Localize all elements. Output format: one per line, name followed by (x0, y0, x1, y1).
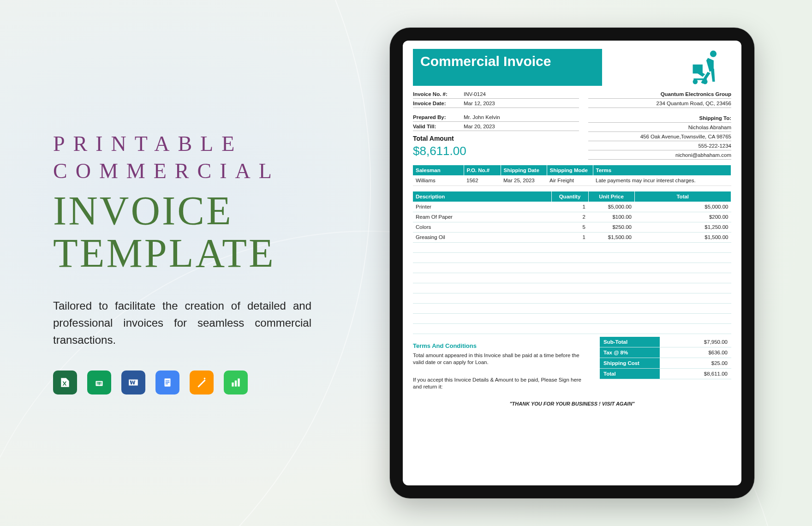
promo-description: Tailored to facilitate the creation of d… (53, 297, 311, 349)
tablet-frame: Commercial Invoice Invoice No. #:INV-012… (390, 28, 754, 498)
ship-phone: 555-222-1234 (588, 141, 731, 150)
accept-text: If you accept this Invoice Details & Amo… (413, 377, 591, 391)
svg-point-11 (710, 51, 716, 57)
promo-title-line3: INVOICE (53, 190, 332, 232)
item-row: Ream Of Paper2$100.00$200.00 (413, 212, 731, 222)
shipping-to-label: Shipping To: (588, 114, 731, 123)
svg-rect-7 (166, 383, 168, 384)
google-sheets-icon (87, 371, 111, 394)
summary-table: Sub-Total$7,950.00 Tax @ 8%$636.00 Shipp… (600, 337, 731, 391)
svg-rect-9 (235, 381, 237, 387)
word-icon (121, 371, 145, 394)
invoice-title: Commercial Invoice (413, 49, 602, 86)
meta-prepared-by: Prepared By:Mr. John Kelvin (413, 113, 579, 122)
total-amount-label: Total Amount (413, 135, 579, 142)
promo-title-line4: TEMPLATE (53, 232, 332, 275)
delivery-icon (602, 49, 731, 86)
promo-title-line1: PRINTABLE (53, 132, 332, 156)
thank-you-text: "THANK YOU FOR YOUR BUSINESS ! VISIT AGA… (413, 401, 731, 406)
items-table: DescriptionQuantityUnit PriceTotal Print… (413, 191, 731, 334)
ship-address: 456 Oak Avenue,Townsville, CA 98765 (588, 132, 731, 141)
ship-email: nichoni@abhaham.com (588, 150, 731, 160)
total-amount-value: $8,611.00 (413, 144, 579, 158)
ship-name: Nicholas Abraham (588, 123, 731, 132)
svg-rect-8 (232, 383, 233, 387)
google-docs-icon (155, 371, 179, 394)
promo-title-line2: COMMERCIAL (53, 159, 332, 183)
item-row: Printer1$5,000.00$5,000.00 (413, 202, 731, 212)
terms-text: Total amount appeared in this Invoice sh… (413, 352, 591, 366)
meta-valid-till: Valid Till:Mar 20, 2023 (413, 122, 579, 131)
excel-icon (53, 371, 77, 394)
svg-rect-3 (99, 382, 100, 385)
invoice-document: Commercial Invoice Invoice No. #:INV-012… (403, 41, 741, 485)
item-row: Colors5$250.00$1,250.00 (413, 222, 731, 232)
company-address: 234 Quantum Road, QC, 23456 (588, 99, 731, 108)
svg-rect-5 (166, 381, 170, 382)
app-icon-row (53, 371, 332, 394)
shipping-row: Williams1562Mar 25, 2023Air FreightLate … (413, 175, 731, 186)
item-row: Greasing Oil1$1,500.00$1,500.00 (413, 232, 731, 242)
terms-title: Terms And Conditions (413, 342, 591, 349)
meta-invoice-date: Invoice Date:Mar 12, 2023 (413, 99, 579, 108)
shipping-table: SalesmanP.O. No.#Shipping DateShipping M… (413, 165, 731, 186)
svg-rect-10 (238, 379, 239, 387)
numbers-icon (224, 371, 248, 394)
pages-icon (190, 371, 214, 394)
company-name: Quantum Electronics Group (588, 90, 731, 99)
meta-invoice-no: Invoice No. #:INV-0124 (413, 90, 579, 99)
svg-rect-6 (166, 382, 170, 383)
